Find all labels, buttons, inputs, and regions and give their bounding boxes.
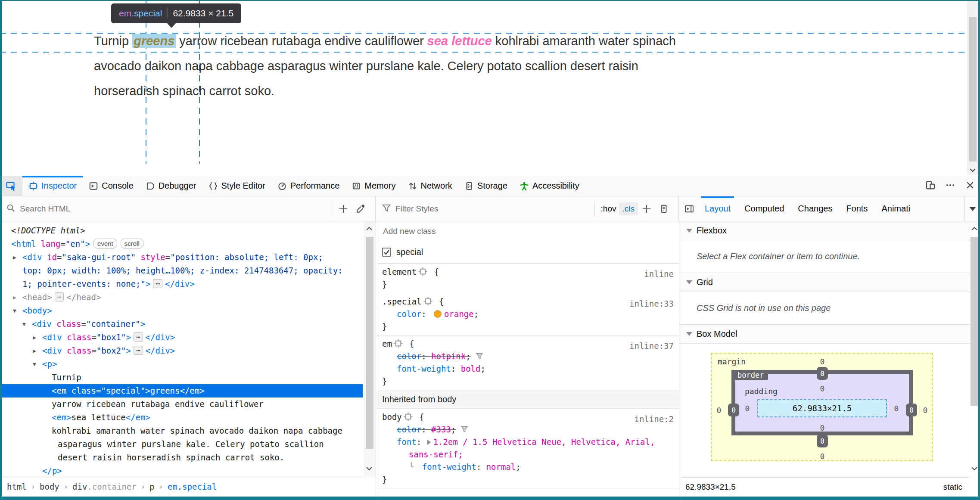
- section-header-flexbox[interactable]: Flexbox: [679, 221, 980, 240]
- box-model-margin[interactable]: margin 0 0 0 0 border padding 0 0 0 0 62…: [711, 353, 933, 461]
- breadcrumb-item-div[interactable]: div.container: [72, 482, 137, 491]
- markup-row[interactable]: desert raisin horseradish spinach carrot…: [0, 451, 363, 464]
- markup-row-selected[interactable]: <em class="special">greens</em>: [0, 384, 363, 398]
- sidebar-tab-changes[interactable]: Changes: [791, 196, 839, 221]
- markup-row[interactable]: ▶<head>⋯</head>: [0, 291, 363, 304]
- sidebar-tab-animati[interactable]: Animati: [874, 196, 917, 221]
- rule-line[interactable]: }: [376, 375, 679, 388]
- border-left-value[interactable]: 0: [728, 404, 739, 416]
- overridden-filter-icon[interactable]: [460, 425, 469, 433]
- tab-style-editor[interactable]: Style Editor: [202, 176, 271, 196]
- highlight-selector-icon[interactable]: [394, 339, 403, 348]
- markup-row[interactable]: yarrow ricebean rutabaga endive cauliflo…: [0, 398, 363, 411]
- twisty-closed-icon[interactable]: ▶: [13, 291, 16, 304]
- breadcrumb-item-em[interactable]: em.special: [168, 482, 217, 491]
- search-html-input[interactable]: Search HTML: [20, 204, 327, 214]
- rule-line[interactable]: body {inline:2: [376, 411, 679, 423]
- scroll-up-icon[interactable]: [364, 224, 375, 233]
- tab-network[interactable]: Network: [402, 176, 458, 196]
- rule-line[interactable]: }: [376, 473, 679, 486]
- margin-bottom-value[interactable]: 0: [820, 452, 825, 461]
- tab-inspector[interactable]: Inspector: [22, 176, 83, 196]
- rule-line[interactable]: color: hotpink;: [376, 350, 679, 363]
- border-bottom-value[interactable]: 0: [817, 435, 828, 447]
- twisty-closed-icon[interactable]: ▶: [33, 344, 36, 357]
- markup-row[interactable]: ▼<body>: [0, 304, 363, 317]
- sidebar-tab-fonts[interactable]: Fonts: [839, 196, 874, 221]
- padding-right-value[interactable]: 0: [894, 404, 899, 413]
- markup-row[interactable]: <em>sea lettuce</em>: [0, 411, 363, 424]
- color-swatch[interactable]: [434, 310, 442, 318]
- pick-element-button[interactable]: [0, 176, 22, 196]
- twisty-closed-icon[interactable]: ▶: [13, 251, 16, 264]
- ellipsis-badge[interactable]: ⋯: [134, 332, 143, 342]
- tab-console[interactable]: Console: [83, 176, 139, 196]
- rule-line[interactable]: color: #333;: [376, 423, 679, 436]
- rule-line[interactable]: }: [376, 278, 679, 291]
- border-top-value[interactable]: 0: [817, 367, 828, 380]
- expand-shorthand-icon[interactable]: [427, 440, 431, 445]
- rule-line[interactable]: font-weight: bold;: [376, 363, 679, 375]
- event-badge[interactable]: event: [93, 239, 117, 248]
- markup-row[interactable]: asparagus winter purslane kale. Celery p…: [0, 438, 363, 451]
- breadcrumb-item-body[interactable]: body: [40, 482, 59, 491]
- markup-row[interactable]: ▶<div class="box1">⋯</div>: [0, 331, 363, 344]
- section-header-box-model[interactable]: Box Model: [679, 325, 980, 344]
- add-new-class-input[interactable]: Add new class: [376, 221, 679, 241]
- tab-accessibility[interactable]: Accessibility: [513, 176, 585, 196]
- highlight-selector-icon[interactable]: [404, 412, 413, 421]
- breadcrumb-item-html[interactable]: html: [7, 482, 27, 491]
- ellipsis-badge[interactable]: ⋯: [153, 279, 162, 288]
- sidebar-tab-layout[interactable]: Layout: [698, 196, 737, 221]
- print-simulation-icon[interactable]: [655, 200, 672, 217]
- highlight-selector-icon[interactable]: [423, 297, 432, 306]
- padding-left-value[interactable]: 0: [745, 404, 750, 413]
- markup-row[interactable]: 1; pointer-events: none;">⋯</div>: [0, 277, 363, 291]
- tab-performance[interactable]: Performance: [271, 176, 346, 196]
- eyedropper-icon[interactable]: [352, 200, 369, 217]
- event-badge[interactable]: scroll: [121, 239, 143, 248]
- sidebar-tab-computed[interactable]: Computed: [737, 196, 791, 221]
- markup-row[interactable]: top: 0px; width: 100%; height…100%; z-in…: [0, 264, 363, 277]
- page-scrollbar-thumb[interactable]: [969, 17, 977, 161]
- padding-top-value[interactable]: 0: [820, 384, 825, 393]
- markup-scrollbar-thumb[interactable]: [366, 237, 373, 449]
- margin-top-value[interactable]: 0: [820, 357, 825, 366]
- rule-line[interactable]: font: 1.2em / 1.5 Helvetica Neue, Helvet…: [376, 436, 679, 448]
- box-model-content[interactable]: 62.9833×21.5: [757, 399, 887, 417]
- breadcrumb-item-p[interactable]: p: [149, 482, 154, 491]
- padding-bottom-value[interactable]: 0: [820, 423, 825, 432]
- rule-line[interactable]: element {inline: [376, 266, 679, 278]
- add-rule-button[interactable]: [638, 200, 655, 217]
- ellipsis-badge[interactable]: ⋯: [134, 346, 143, 355]
- rule-line[interactable]: sans-serif;: [376, 448, 679, 461]
- pseudo-class-button[interactable]: :hov: [598, 202, 619, 215]
- twisty-open-icon[interactable]: ▼: [33, 357, 36, 371]
- responsive-button[interactable]: [921, 176, 940, 196]
- rule-line[interactable]: }: [376, 320, 679, 333]
- overridden-filter-icon[interactable]: [475, 351, 484, 360]
- twisty-open-icon[interactable]: ▼: [13, 304, 16, 317]
- tab-memory[interactable]: Memory: [345, 176, 401, 196]
- section-header-grid[interactable]: Grid: [679, 273, 980, 292]
- markup-row[interactable]: ▶<div id="saka-gui-root" style="position…: [0, 251, 363, 264]
- rule-line[interactable]: .special {inline:33: [376, 295, 679, 308]
- highlight-selector-icon[interactable]: [418, 267, 427, 276]
- markup-row[interactable]: ▶<div class="box2">⋯</div>: [0, 344, 363, 357]
- markup-row[interactable]: ▼<div class="container">: [0, 317, 363, 331]
- markup-row[interactable]: <html lang="en">eventscroll: [0, 237, 363, 251]
- margin-right-value[interactable]: 0: [923, 406, 928, 415]
- tab-storage[interactable]: Storage: [458, 176, 513, 196]
- expand-sidebar-icon[interactable]: [681, 200, 698, 217]
- add-node-button[interactable]: [335, 200, 352, 217]
- layout-scrollbar-thumb[interactable]: [971, 237, 978, 406]
- rule-line[interactable]: color: orange;: [376, 308, 679, 320]
- tab-debugger[interactable]: Debugger: [140, 176, 202, 196]
- filter-styles-input[interactable]: Filter Styles: [395, 204, 591, 214]
- markup-row[interactable]: ▼<p>: [0, 357, 363, 371]
- markup-row[interactable]: kohlrabi amaranth water spinach avocado …: [0, 424, 363, 438]
- rule-line[interactable]: └ font-weight: normal;: [376, 461, 679, 473]
- twisty-open-icon[interactable]: ▼: [22, 317, 26, 331]
- markup-row[interactable]: <!DOCTYPE html>: [0, 224, 363, 237]
- scroll-down-icon[interactable]: [364, 464, 375, 473]
